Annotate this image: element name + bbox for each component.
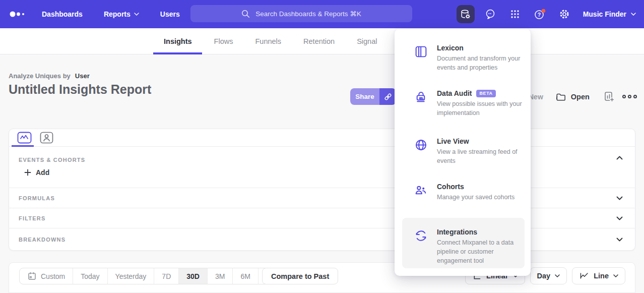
range-label: Today bbox=[81, 272, 99, 280]
chevron-down-icon bbox=[134, 13, 139, 16]
menu-item-lexicon[interactable]: Lexicon Document and transform your even… bbox=[414, 44, 523, 73]
collapse-section-button[interactable] bbox=[616, 156, 623, 160]
svg-text:?: ? bbox=[537, 12, 540, 18]
tab-signal[interactable]: Signal bbox=[357, 28, 377, 54]
book-icon bbox=[414, 44, 428, 73]
menu-item-data-audit[interactable]: Data AuditBETA View possible issues with… bbox=[414, 89, 523, 118]
add-to-dashboard-button[interactable] bbox=[603, 91, 615, 102]
menu-item-title: Integrations bbox=[437, 228, 524, 236]
section-label: FORMULAS bbox=[19, 195, 55, 201]
section-label: BREAKDOWNS bbox=[19, 237, 66, 243]
share-button[interactable]: Share bbox=[350, 88, 379, 105]
nav-item-users[interactable]: Users bbox=[160, 10, 180, 18]
tab-insights[interactable]: Insights bbox=[164, 28, 192, 54]
range-30d[interactable]: 30D bbox=[179, 268, 208, 284]
range-7d[interactable]: 7D bbox=[154, 268, 179, 284]
apps-grid-button[interactable] bbox=[506, 5, 524, 23]
tab-flows[interactable]: Flows bbox=[214, 28, 233, 54]
chart-toolbar-card: Custom Today Yesterday 7D 30D 3M 6M 12M … bbox=[9, 262, 635, 293]
chart-type-label: Line bbox=[594, 272, 609, 280]
app-root: Dashboards Reports Users Search Dashboar… bbox=[0, 0, 644, 293]
nav-right-actions: ? Music Finder bbox=[457, 0, 636, 28]
dot bbox=[622, 95, 626, 98]
data-management-button[interactable] bbox=[457, 5, 475, 23]
page-title[interactable]: Untitled Insights Report bbox=[9, 82, 151, 97]
expand-section-button[interactable] bbox=[616, 238, 623, 242]
tab-chart-view[interactable] bbox=[17, 132, 32, 144]
menu-item-live-view[interactable]: Live View View a live streaming feed of … bbox=[414, 137, 523, 166]
breadcrumb-value-user[interactable]: User bbox=[75, 72, 90, 80]
chart-type-dropdown-line[interactable]: Line bbox=[572, 267, 625, 284]
date-range-segmented-control: Custom Today Yesterday 7D 30D 3M 6M 12M bbox=[19, 268, 288, 284]
menu-item-description: Document and transform your events and p… bbox=[437, 54, 524, 73]
compare-to-past-button[interactable]: Compare to Past bbox=[262, 268, 338, 284]
range-label: Custom bbox=[41, 272, 65, 280]
new-label: New bbox=[529, 93, 543, 101]
section-formulas[interactable]: FORMULAS bbox=[9, 188, 635, 208]
tab-profiles-view[interactable] bbox=[40, 132, 53, 144]
dot bbox=[628, 95, 631, 98]
chevron-down-icon bbox=[616, 238, 623, 242]
menu-item-title: Cohorts bbox=[437, 183, 524, 191]
range-label: 7D bbox=[162, 272, 171, 280]
tab-funnels[interactable]: Funnels bbox=[255, 28, 281, 54]
people-icon bbox=[414, 183, 428, 202]
settings-gear-icon bbox=[558, 8, 570, 20]
dot bbox=[633, 95, 637, 98]
open-label: Open bbox=[571, 93, 590, 101]
breadcrumb-label: Analyze Uniques by bbox=[9, 72, 71, 80]
search-input[interactable]: Search Dashboards & Reports ⌘K bbox=[190, 5, 412, 22]
range-3m[interactable]: 3M bbox=[208, 268, 233, 284]
audit-lock-icon bbox=[414, 89, 428, 118]
chevron-down-icon bbox=[616, 216, 623, 220]
section-label: EVENTS & COHORTS bbox=[19, 157, 85, 163]
line-chart-icon bbox=[579, 271, 589, 280]
database-gear-icon bbox=[460, 9, 471, 20]
data-management-menu: Lexicon Document and transform your even… bbox=[395, 29, 531, 276]
interval-label: Day bbox=[537, 272, 551, 280]
chevron-down-icon bbox=[616, 196, 623, 200]
section-breakdowns[interactable]: BREAKDOWNS bbox=[9, 228, 635, 250]
mixpanel-logo[interactable] bbox=[10, 10, 27, 18]
open-report-button[interactable]: Open bbox=[555, 92, 590, 102]
search-placeholder: Search Dashboards & Reports ⌘K bbox=[255, 10, 361, 18]
more-options-button[interactable] bbox=[622, 95, 637, 98]
section-label: FILTERS bbox=[19, 215, 45, 221]
menu-item-integrations[interactable]: Integrations Connect Mixpanel to a data … bbox=[414, 228, 523, 265]
expand-section-button[interactable] bbox=[616, 196, 623, 200]
menu-item-title: Live View bbox=[437, 137, 524, 145]
range-yesterday[interactable]: Yesterday bbox=[108, 268, 155, 284]
menu-item-description: View possible issues with your implement… bbox=[437, 100, 524, 118]
range-label: 30D bbox=[186, 272, 200, 280]
globe-icon bbox=[414, 137, 428, 166]
copy-link-button[interactable] bbox=[379, 88, 396, 105]
nav-item-reports[interactable]: Reports bbox=[104, 10, 139, 18]
expand-section-button[interactable] bbox=[616, 216, 623, 220]
tab-retention[interactable]: Retention bbox=[303, 28, 335, 54]
apps-grid-icon bbox=[509, 9, 521, 20]
query-builder-card: EVENTS & COHORTS Add FORMULAS FILTERS BR… bbox=[9, 129, 635, 251]
section-filters[interactable]: FILTERS bbox=[9, 208, 635, 228]
feedback-button[interactable] bbox=[481, 5, 499, 23]
settings-button[interactable] bbox=[555, 5, 573, 23]
menu-item-description: View a live streaming feed of events bbox=[437, 148, 524, 166]
nav-links: Dashboards Reports Users bbox=[42, 10, 180, 18]
nav-item-label: Dashboards bbox=[42, 10, 83, 18]
range-custom[interactable]: Custom bbox=[20, 268, 73, 284]
range-label: 3M bbox=[215, 272, 225, 280]
add-event-button[interactable]: Add bbox=[24, 168, 49, 177]
range-today[interactable]: Today bbox=[73, 268, 107, 284]
line-chart-tab-icon bbox=[17, 132, 32, 144]
menu-item-description: Manage your saved cohorts bbox=[437, 193, 524, 202]
nav-item-dashboards[interactable]: Dashboards bbox=[42, 10, 83, 18]
project-switcher[interactable]: Music Finder bbox=[583, 10, 636, 18]
view-tabs bbox=[9, 129, 635, 147]
notification-dot bbox=[541, 9, 545, 13]
range-label: 6M bbox=[240, 272, 250, 280]
chevron-down-icon bbox=[631, 13, 636, 16]
link-icon bbox=[383, 92, 393, 102]
help-button[interactable]: ? bbox=[531, 5, 549, 23]
menu-item-cohorts[interactable]: Cohorts Manage your saved cohorts bbox=[414, 183, 523, 202]
interval-dropdown-day[interactable]: Day bbox=[530, 267, 567, 284]
range-6m[interactable]: 6M bbox=[233, 268, 258, 284]
